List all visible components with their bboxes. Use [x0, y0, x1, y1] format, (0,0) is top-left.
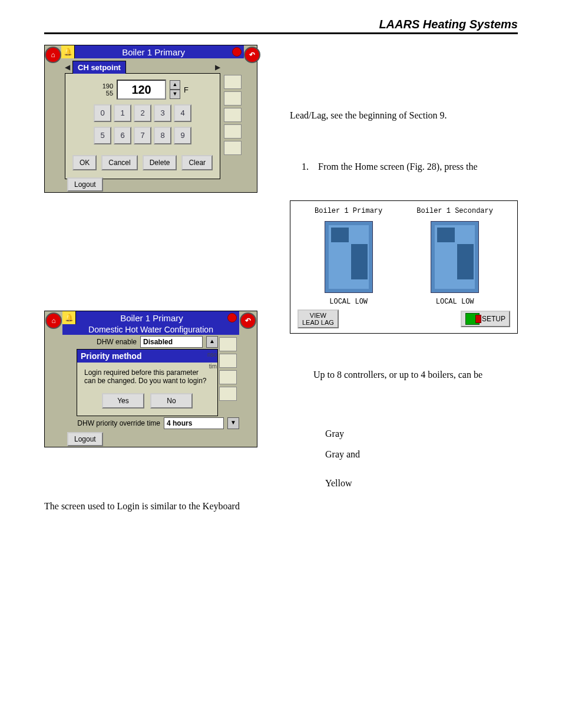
alarm-bell-icon[interactable]: 🔔: [61, 45, 75, 58]
decrement-button[interactable]: ▼: [170, 90, 180, 99]
key-4[interactable]: 4: [174, 104, 191, 122]
window-title: Boiler 1 Primary: [76, 313, 227, 323]
sidebar-slot: [219, 337, 237, 351]
truncated-text: nso: [205, 351, 219, 358]
window-title: Boiler 1 Primary: [75, 47, 232, 57]
override-time-value[interactable]: 4 hours: [164, 417, 224, 429]
controller-icon[interactable]: [325, 221, 373, 293]
color-legend: Gray and: [325, 449, 518, 461]
home-icon[interactable]: ⌂: [45, 47, 61, 63]
popup-title: Priority method: [77, 350, 217, 363]
controller-icon[interactable]: [431, 221, 479, 293]
back-icon[interactable]: ↶: [244, 47, 260, 63]
body-text: The screen used to Login is similar to t…: [44, 500, 272, 513]
status-dot-icon: [227, 313, 237, 322]
max-value: 190: [97, 83, 113, 90]
view-leadlag-button[interactable]: VIEW LEAD LAG: [297, 309, 339, 328]
unit-label: F: [184, 85, 189, 94]
scroll-up-button[interactable]: ▲: [206, 336, 218, 348]
status-dot-icon: [232, 47, 242, 57]
device-name: Boiler 1 Secondary: [416, 207, 493, 215]
fig-login-window: ⌂ 🔔 Boiler 1 Primary Domestic Hot Water …: [44, 311, 257, 447]
device-status: LOCAL LOW: [329, 298, 368, 306]
min-value: 55: [97, 90, 113, 97]
body-text: Up to 8 controllers, or up to 4 boilers,…: [313, 369, 518, 381]
key-2[interactable]: 2: [134, 104, 151, 122]
alarm-bell-icon[interactable]: 🔔: [62, 311, 76, 324]
device-name: Boiler 1 Primary: [315, 207, 382, 215]
body-text: Lead/Lag, see the beginning of Section 9…: [290, 110, 518, 122]
ok-button[interactable]: OK: [72, 155, 97, 170]
setup-label: SETUP: [482, 315, 505, 323]
sidebar-slot: [224, 108, 242, 122]
sidebar-slot: [224, 75, 242, 89]
key-1[interactable]: 1: [114, 104, 131, 122]
yes-button[interactable]: Yes: [102, 393, 144, 409]
popup-message: Login required before this parameter can…: [77, 363, 217, 388]
truncated-text: tim: [207, 363, 219, 370]
device-card: Boiler 1 Primary LOCAL LOW: [315, 207, 382, 306]
key-9[interactable]: 9: [174, 127, 191, 144]
key-7[interactable]: 7: [134, 127, 151, 144]
sidebar-slot: [224, 91, 242, 106]
increment-button[interactable]: ▲: [170, 80, 180, 90]
logout-button[interactable]: Logout: [67, 432, 103, 446]
header-rule: [44, 32, 518, 34]
setpoint-tab[interactable]: CH setpoint: [72, 61, 126, 74]
override-time-label: DHW priority override time: [66, 419, 164, 427]
wrench-icon: [465, 313, 480, 325]
window-subtitle: Domestic Hot Water Configuration: [62, 324, 239, 335]
key-5[interactable]: 5: [94, 127, 111, 144]
no-button[interactable]: No: [150, 393, 193, 409]
delete-button[interactable]: Delete: [143, 155, 177, 170]
page-header: LAARS Heating Systems: [44, 18, 518, 32]
sidebar-slot: [224, 141, 242, 155]
value-input[interactable]: 120: [117, 80, 166, 100]
list-text: From the Home screen (Fig. 28), press th…: [318, 161, 478, 173]
key-3[interactable]: 3: [154, 104, 171, 122]
back-icon[interactable]: ↶: [240, 312, 256, 329]
sidebar-slot: [219, 354, 237, 368]
logout-button[interactable]: Logout: [67, 177, 103, 192]
home-icon[interactable]: ⌂: [45, 312, 62, 329]
color-legend: Gray: [325, 428, 518, 440]
sidebar-slot: [219, 370, 237, 384]
fig-system-overview: Boiler 1 Primary LOCAL LOW Boiler 1 Seco…: [290, 200, 518, 334]
login-popup: Priority method Login required before th…: [77, 349, 218, 416]
sidebar-slot: [224, 124, 242, 139]
cancel-button[interactable]: Cancel: [101, 155, 137, 170]
clear-button[interactable]: Clear: [181, 155, 213, 170]
device-status: LOCAL LOW: [436, 298, 474, 306]
key-6[interactable]: 6: [114, 127, 131, 144]
color-legend: Yellow: [325, 477, 518, 490]
key-8[interactable]: 8: [154, 127, 171, 144]
prev-arrow-icon[interactable]: ◀: [65, 63, 70, 71]
key-0[interactable]: 0: [94, 104, 111, 122]
device-card: Boiler 1 Secondary LOCAL LOW: [416, 207, 493, 306]
dhw-enable-value[interactable]: Disabled: [140, 336, 203, 348]
list-number: 1.: [302, 161, 318, 173]
next-arrow-icon[interactable]: ▶: [215, 63, 220, 71]
fig-keyboard-window: ⌂ 🔔 Boiler 1 Primary ◀ CH s: [44, 45, 257, 193]
sidebar-slot: [219, 387, 237, 401]
setup-button[interactable]: SETUP: [461, 311, 510, 327]
dhw-enable-label: DHW enable: [66, 338, 140, 346]
scroll-down-button[interactable]: ▼: [227, 417, 239, 429]
list-item: 1. From the Home screen (Fig. 28), press…: [302, 161, 518, 173]
